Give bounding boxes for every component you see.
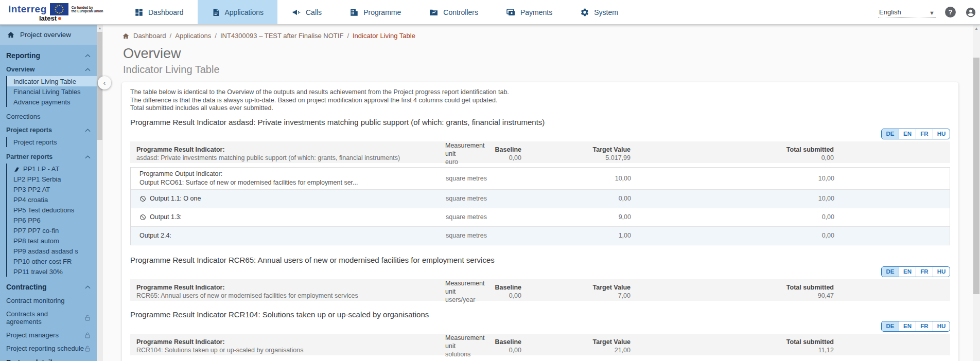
eu-flag-icon — [50, 3, 68, 15]
language-tab-fr[interactable]: FR — [916, 321, 933, 331]
nav-item-payments[interactable]: Payments — [492, 0, 566, 24]
sidebar-item-contract-monitoring[interactable]: Contract monitoring — [6, 297, 91, 304]
baseline-label: Baseline — [486, 146, 521, 154]
sidebar-item-lp2-pp1-serbia[interactable]: LP2 PP1 Serbia — [6, 174, 97, 184]
output-row: Output 1.3:square metres9,000,00 — [131, 208, 950, 226]
breadcrumb-separator: / — [347, 32, 349, 40]
output-indicator-label: Programme Output Indicator: — [139, 170, 358, 178]
target-value: Target Value7,00 — [521, 283, 631, 300]
sidebar-item-pp4-croatia[interactable]: PP4 croatia — [6, 194, 97, 205]
language-select[interactable]: English ▼ — [878, 7, 936, 18]
output-target-value-value: 0,00 — [522, 194, 631, 203]
chevron-up-icon — [85, 285, 91, 289]
help-icon[interactable]: ? — [945, 7, 956, 17]
sidebar-item-label: PP6 PP6 — [13, 217, 41, 224]
language-tab-de[interactable]: DE — [882, 267, 899, 277]
eu-caption: Co-funded by the European Union — [72, 6, 103, 13]
sidebar-item-project-overview[interactable]: Project overview — [0, 25, 97, 45]
lock-icon — [84, 314, 91, 321]
sidebar-item-pp1-lp-at[interactable]: PP1 LP - AT — [6, 164, 97, 174]
language-tab-hu[interactable]: HU — [933, 267, 950, 277]
sidebar-item-corrections[interactable]: Corrections — [6, 113, 91, 120]
output-unit-value: square metres — [446, 174, 487, 183]
sidebar-item-indicator-living-table[interactable]: Indicator Living Table — [6, 76, 97, 86]
sidebar-section-partner-details[interactable]: Partner details — [6, 358, 91, 361]
controllers-icon — [429, 8, 439, 17]
sidebar-item-pp10-other-cost-fr[interactable]: PP10 other cost FR — [6, 256, 97, 266]
target-value: Target Value21,00 — [521, 338, 631, 354]
account-icon[interactable] — [965, 7, 976, 17]
sidebar-item-pp7-pp7-co-fin[interactable]: PP7 PP7 co-fin — [6, 225, 97, 236]
target-value-label: Target Value — [521, 283, 631, 292]
breadcrumb-item[interactable]: Dashboard — [133, 32, 166, 40]
sidebar-section-reporting[interactable]: Reporting — [6, 51, 91, 60]
result-indicator-description: RCR65: Annual users of new or modernised… — [136, 292, 445, 300]
sidebar-item-pp3-pp2-at[interactable]: PP3 PP2 AT — [6, 184, 97, 194]
total-submitted: Total submitted11,12 — [631, 338, 834, 354]
output-indicators-table: Programme Output Indicator:Output RCO61:… — [130, 167, 950, 245]
result-indicator-label: Programme Result Indicator: — [136, 146, 445, 154]
sidebar-item-pp11-travel-30[interactable]: PP11 travel 30% — [6, 266, 97, 277]
nav-item-programme[interactable]: Programme — [336, 0, 415, 24]
output-total-submitted: 10,00 — [631, 174, 834, 183]
sidebar-item-label: Project reports — [13, 139, 57, 146]
sidebar-scrollbar[interactable]: ▲ — [97, 25, 103, 361]
output-target-value-value: 10,00 — [522, 174, 631, 183]
language-tab-fr[interactable]: FR — [916, 129, 933, 139]
nav-item-calls[interactable]: Calls — [277, 0, 336, 24]
sidebar-item-pp6-pp6[interactable]: PP6 PP6 — [6, 215, 97, 225]
output-target-value: 1,00 — [522, 231, 631, 240]
language-tab-en[interactable]: EN — [899, 129, 916, 139]
output-unit-value: square metres — [446, 213, 487, 221]
sidebar-item-label: Financial Living Tables — [13, 88, 81, 95]
home-crumb-icon[interactable] — [122, 32, 130, 40]
sidebar-item-project-reports[interactable]: Project reports — [6, 137, 97, 147]
language-tab-de[interactable]: DE — [882, 129, 899, 139]
scroll-up-icon[interactable]: ▲ — [97, 25, 103, 31]
sidebar: Project overviewReportingOverviewIndicat… — [0, 25, 103, 361]
payments-icon — [506, 8, 516, 17]
breadcrumb-separator: / — [215, 32, 217, 40]
breadcrumb-item[interactable]: INT4300093 – TEST after Finalise NOTIF — [220, 32, 343, 40]
sidebar-item-contracts-and-agreements[interactable]: Contracts and agreements — [6, 310, 91, 326]
nav-item-system[interactable]: System — [566, 0, 632, 24]
sidebar-section-label: Contracting — [6, 283, 47, 291]
sidebar-section-overview[interactable]: Overview — [6, 66, 91, 73]
baseline-label: Baseline — [486, 283, 521, 292]
interreg-logo[interactable]: interreg Co-funded by the European Union… — [0, 0, 117, 24]
main-scrollbar[interactable]: ▲ — [973, 25, 980, 361]
breadcrumb-item[interactable]: Applications — [175, 32, 211, 40]
output-row-label: Output 2.4: — [139, 232, 171, 239]
breadcrumb-item: Indicator Living Table — [353, 32, 415, 40]
sidebar-item-financial-living-tables[interactable]: Financial Living Tables — [6, 86, 97, 97]
language-tab-fr[interactable]: FR — [916, 267, 933, 277]
language-tab-en[interactable]: EN — [899, 267, 916, 277]
language-tab-en[interactable]: EN — [899, 321, 916, 331]
indicator-section: Programme Result Indicator asdasd: Priva… — [130, 118, 950, 245]
sidebar-item-project-reporting-schedule[interactable]: Project reporting schedule — [6, 345, 91, 352]
nav-item-label: Applications — [225, 8, 264, 16]
sidebar-item-pp9-asdasd-asdasd-s[interactable]: PP9 asdasd asdasd s — [6, 246, 97, 256]
language-tab-de[interactable]: DE — [882, 321, 899, 331]
sidebar-section-contracting[interactable]: Contracting — [6, 283, 91, 291]
language-tab-hu[interactable]: HU — [933, 129, 950, 139]
main-scrollbar-thumb[interactable] — [973, 58, 979, 294]
scroll-up-icon[interactable]: ▲ — [973, 25, 980, 32]
collapse-sidebar-button[interactable]: ‹ — [98, 76, 111, 89]
sidebar-section-project-reports[interactable]: Project reports — [6, 127, 91, 134]
nav-item-dashboard[interactable]: Dashboard — [120, 0, 198, 24]
sidebar-item-project-managers[interactable]: Project managers — [6, 331, 91, 339]
ban-icon — [139, 195, 146, 202]
nav-item-applications[interactable]: Applications — [198, 0, 278, 24]
nav-item-controllers[interactable]: Controllers — [415, 0, 492, 24]
indicator-heading: Programme Result Indicator RCR65: Annual… — [130, 256, 950, 264]
sidebar-item-advance-payments[interactable]: Advance payments — [6, 97, 97, 107]
intro-text: The table below is identical to the Over… — [130, 88, 950, 113]
sidebar-item-pp5-test-deductions[interactable]: PP5 Test deductions — [6, 205, 97, 215]
target-value-value: 7,00 — [521, 292, 631, 300]
indicator-section: Programme Result Indicator RCR104: Solut… — [130, 310, 950, 355]
sidebar-section-partner-reports[interactable]: Partner reports — [6, 153, 91, 160]
sidebar-item-pp8-test-autom[interactable]: PP8 test autom — [6, 236, 97, 246]
language-tab-hu[interactable]: HU — [933, 321, 950, 331]
measurement-unit-label: Measurement unit — [445, 279, 486, 296]
